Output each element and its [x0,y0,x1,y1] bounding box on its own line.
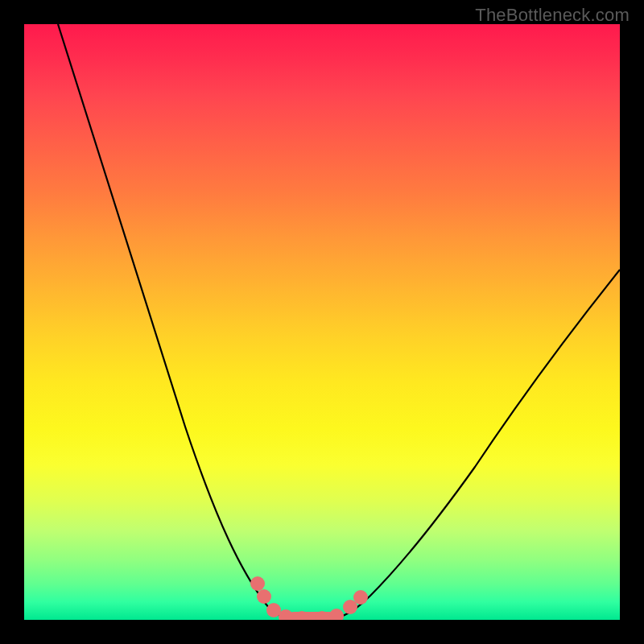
chart-svg [24,24,620,620]
marker [353,590,368,605]
left-curve [58,24,294,618]
marker [257,589,271,604]
chart-plot-area [24,24,620,620]
watermark-text: TheBottleneck.com [475,5,630,26]
marker [250,576,265,591]
marker [329,609,344,620]
right-curve [334,270,620,618]
